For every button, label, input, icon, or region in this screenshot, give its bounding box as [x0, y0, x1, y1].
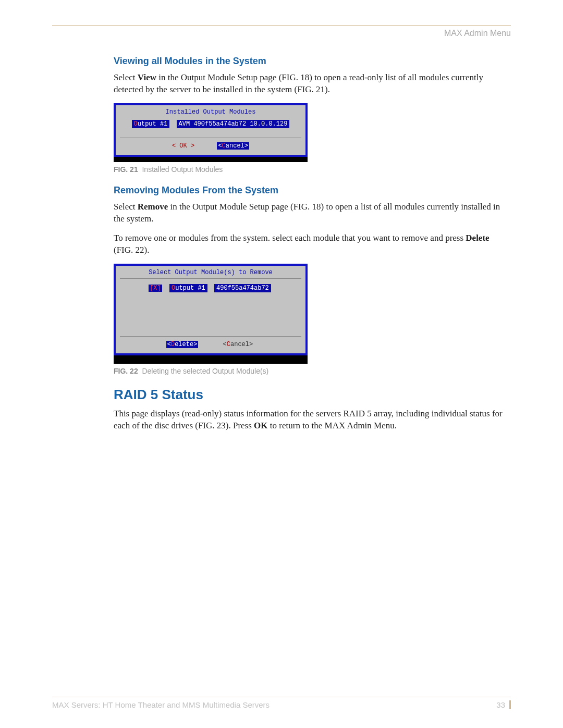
hotkey: O: [134, 120, 138, 128]
fig21-row: Output #1 AVM 490f55a474ab72 10.0.0.129: [120, 120, 301, 128]
fig22-caption-label: FIG. 22: [114, 367, 138, 375]
text: To remove one or modules from the system…: [114, 233, 466, 243]
fig22-caption: FIG. 22 Deleting the selected Output Mod…: [114, 367, 511, 375]
hotkey: C: [227, 341, 230, 348]
fig22-title: Select Output Module(s) to Remove: [120, 269, 301, 279]
footer-row: MAX Servers: HT Home Theater and MMS Mul…: [52, 700, 511, 709]
fig21-shadow: [114, 157, 308, 162]
text: (FIG. 22).: [114, 245, 149, 255]
content-column: Viewing all Modules in the System Select…: [114, 56, 511, 432]
page-number: 33: [496, 700, 511, 709]
fig21-caption-text: Installed Output Modules: [142, 165, 223, 174]
para-removing-2: To remove one or modules from the system…: [114, 232, 511, 256]
heading-removing: Removing Modules From the System: [114, 185, 511, 196]
text: Select: [114, 202, 138, 212]
fig22-output-chip: Output #1: [169, 284, 207, 292]
cancel-button[interactable]: <Cancel>: [223, 341, 253, 348]
bold-view: View: [138, 72, 156, 82]
fig21-caption: FIG. 21 Installed Output Modules: [114, 165, 511, 174]
figure-22: Select Output Module(s) to Remove [X] Ou…: [114, 264, 308, 355]
fig22-shadow: [114, 355, 308, 364]
fig22-panel: Select Output Module(s) to Remove [X] Ou…: [116, 266, 305, 353]
para-removing-1: Select Remove in the Output Module Setup…: [114, 201, 511, 225]
para-raid5: This page displays (read-only) status in…: [114, 408, 511, 432]
page: MAX Admin Menu Viewing all Modules in th…: [0, 0, 563, 728]
footer-left: MAX Servers: HT Home Theater and MMS Mul…: [52, 700, 270, 709]
label: utput #1: [138, 120, 168, 128]
label: elete: [175, 341, 193, 348]
fig21-buttons: < OK > <Cancel>: [120, 138, 301, 150]
fig21-caption-label: FIG. 21: [114, 165, 138, 174]
text: Select: [114, 72, 138, 82]
fig21-output-chip: Output #1: [132, 120, 170, 128]
cancel-button[interactable]: <Cancel>: [217, 142, 249, 150]
label: ancel: [226, 142, 244, 150]
label: ancel: [230, 341, 249, 348]
delete-button[interactable]: <Delete>: [166, 341, 199, 348]
fig21-title: Installed Output Modules: [120, 108, 301, 116]
ok-button[interactable]: < OK >: [172, 142, 194, 150]
label: utput #1: [175, 285, 205, 292]
heading-raid5: RAID 5 Status: [114, 387, 511, 403]
figure-21: Installed Output Modules Output #1 AVM 4…: [114, 103, 308, 157]
bold-remove: Remove: [138, 202, 168, 212]
footer-rule: [52, 697, 511, 697]
text: to return to the MAX Admin Menu.: [268, 421, 397, 430]
bold-ok: OK: [254, 421, 267, 430]
footer: MAX Servers: HT Home Theater and MMS Mul…: [52, 697, 511, 709]
hotkey: C: [222, 142, 226, 150]
heading-viewing: Viewing all Modules in the System: [114, 56, 511, 67]
fig22-module-chip: 490f55a474ab72: [214, 284, 271, 292]
fig22-row: [X] Output #1 490f55a474ab72: [120, 284, 301, 292]
header-rule: [52, 25, 511, 26]
fig22-buttons: <Delete> <Cancel>: [120, 336, 301, 348]
fig21-module-chip: AVM 490f55a474ab72 10.0.0.129: [177, 120, 290, 128]
fig21-panel: Installed Output Modules Output #1 AVM 4…: [116, 105, 305, 155]
fig22-caption-text: Deleting the selected Output Module(s): [142, 367, 268, 375]
para-viewing: Select View in the Output Module Setup p…: [114, 72, 511, 96]
text: in the Output Module Setup page (FIG. 18…: [114, 202, 500, 224]
header-section-label: MAX Admin Menu: [52, 29, 511, 38]
fig22-checkbox[interactable]: [X]: [149, 285, 162, 292]
text: in the Output Module Setup page (FIG. 18…: [114, 72, 483, 94]
bold-delete: Delete: [466, 233, 489, 243]
